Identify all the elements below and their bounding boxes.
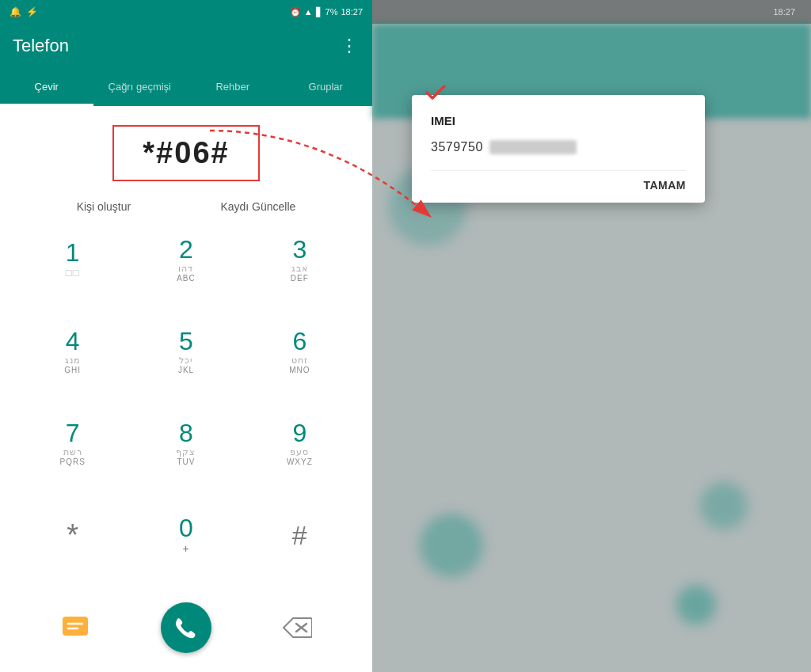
dial-key-star[interactable]: * bbox=[16, 501, 129, 568]
imei-blurred bbox=[489, 140, 577, 154]
bottom-bar bbox=[0, 593, 372, 672]
backspace-button[interactable] bbox=[280, 611, 314, 644]
dial-key-0[interactable]: 0 + bbox=[129, 501, 242, 568]
right-panel: 18:27 IMEI 3579750 TAMAM bbox=[372, 0, 811, 672]
imei-dialog-actions: TAMAM bbox=[431, 170, 686, 203]
ussd-code: *#06# bbox=[112, 125, 259, 181]
status-bar: 🔔 ⚡ ⏰ ▲ ▋ 7% 18:27 bbox=[0, 0, 372, 24]
dial-key-8[interactable]: 8 צקף TUV bbox=[129, 409, 242, 476]
tab-rehber[interactable]: Rehber bbox=[186, 68, 280, 104]
actions-row: Kişi oluştur Kaydı Güncelle bbox=[0, 194, 372, 226]
update-record-label[interactable]: Kaydı Güncelle bbox=[220, 200, 295, 213]
dial-key-5[interactable]: 5 יכל JKL bbox=[129, 317, 242, 385]
ok-button[interactable]: TAMAM bbox=[643, 179, 686, 192]
tab-gruplar[interactable]: Gruplar bbox=[280, 68, 373, 104]
tab-bar: Çevir Çağrı geçmişi Rehber Gruplar bbox=[0, 68, 372, 106]
top-bar: Telefon ⋮ bbox=[0, 24, 372, 68]
dial-key-hash[interactable]: # bbox=[243, 501, 356, 568]
status-bar-right: ⏰ ▲ ▋ 7% 18:27 bbox=[290, 7, 363, 17]
status-bar-left: 🔔 ⚡ bbox=[10, 6, 38, 17]
tab-cevir[interactable]: Çevir bbox=[0, 68, 93, 104]
right-status-bar: 18:27 bbox=[372, 0, 811, 24]
tab-cagri[interactable]: Çağrı geçmişi bbox=[93, 68, 187, 104]
battery-text: 7% bbox=[326, 7, 338, 17]
imei-prefix: 3579750 bbox=[431, 140, 483, 154]
ussd-section: *#06# bbox=[0, 106, 372, 194]
app-title: Telefon bbox=[13, 36, 69, 56]
time-text: 18:27 bbox=[341, 7, 363, 17]
signal-icon: ▋ bbox=[316, 7, 322, 17]
dial-key-4[interactable]: 4 מנג GHI bbox=[16, 317, 129, 385]
clock-icon: ⏰ bbox=[290, 7, 301, 17]
sms-button[interactable] bbox=[59, 611, 92, 644]
dial-key-1[interactable]: 1 □□ bbox=[16, 226, 129, 293]
right-time: 18:27 bbox=[773, 7, 795, 17]
wifi-icon: ▲ bbox=[304, 7, 313, 17]
dial-key-2[interactable]: 2 דהו ABC bbox=[129, 226, 242, 293]
menu-button[interactable]: ⋮ bbox=[341, 36, 360, 56]
dial-key-6[interactable]: 6 זחט MNO bbox=[243, 317, 356, 385]
svg-rect-0 bbox=[63, 617, 88, 636]
phone-panel: 🔔 ⚡ ⏰ ▲ ▋ 7% 18:27 Telefon ⋮ Çevir Çağrı… bbox=[0, 0, 372, 672]
right-content: IMEI 3579750 TAMAM bbox=[372, 24, 811, 672]
dial-key-7[interactable]: 7 רשת PQRS bbox=[16, 409, 129, 476]
call-button[interactable] bbox=[161, 602, 211, 653]
check-icon bbox=[425, 84, 447, 104]
android-icon: 🔔 bbox=[10, 6, 21, 17]
dialpad: 1 □□ 2 דהו ABC 3 אבג DEF 4 מנג GHI bbox=[0, 226, 372, 593]
imei-value-row: 3579750 bbox=[431, 140, 686, 154]
imei-dialog-title: IMEI bbox=[431, 114, 686, 127]
dial-key-9[interactable]: 9 סעפ WXYZ bbox=[243, 409, 356, 476]
imei-dialog: IMEI 3579750 TAMAM bbox=[412, 95, 705, 203]
dial-key-3[interactable]: 3 אבג DEF bbox=[243, 226, 356, 293]
create-contact-label[interactable]: Kişi oluştur bbox=[77, 200, 131, 213]
usb-icon: ⚡ bbox=[26, 6, 38, 17]
